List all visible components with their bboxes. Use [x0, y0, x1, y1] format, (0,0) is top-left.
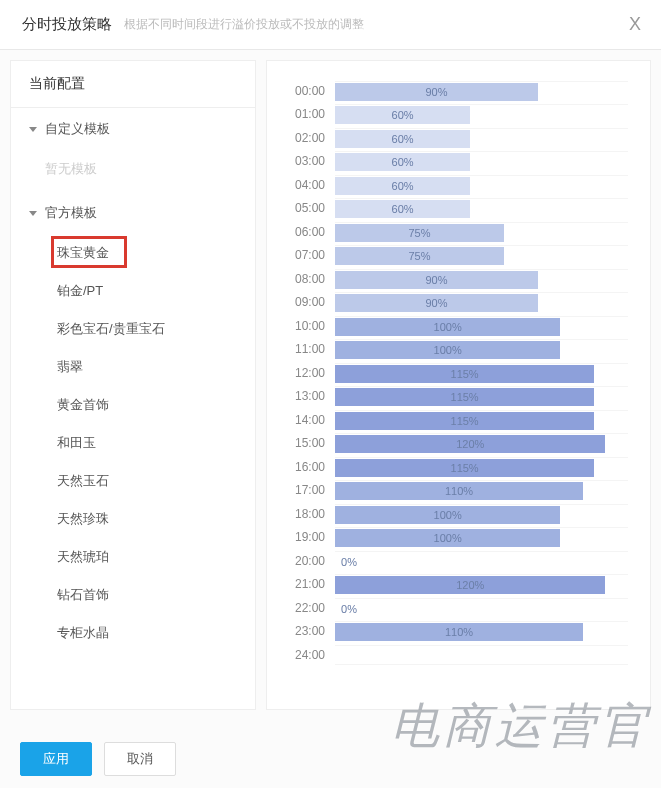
template-item[interactable]: 黄金首饰	[11, 386, 255, 424]
time-label: 01:00	[289, 107, 335, 121]
bar-track: 120%	[335, 433, 628, 453]
chart-bar[interactable]: 0%	[335, 553, 363, 571]
chart-bar[interactable]: 75%	[335, 224, 504, 242]
chart-bar[interactable]: 120%	[335, 576, 605, 594]
chevron-down-icon	[29, 127, 37, 132]
chart-row: 14:00115%	[289, 408, 628, 432]
cancel-button[interactable]: 取消	[104, 742, 176, 776]
chart-bar[interactable]: 115%	[335, 388, 594, 406]
time-label: 04:00	[289, 178, 335, 192]
template-item[interactable]: 专柜水晶	[11, 614, 255, 652]
bar-track: 100%	[335, 316, 628, 336]
time-label: 02:00	[289, 131, 335, 145]
chart-row: 05:0060%	[289, 197, 628, 221]
chart-row: 16:00115%	[289, 455, 628, 479]
chart-row: 22:000%	[289, 596, 628, 620]
time-label: 21:00	[289, 577, 335, 591]
chart-bar[interactable]: 100%	[335, 529, 560, 547]
bar-track: 60%	[335, 128, 628, 148]
bar-track: 60%	[335, 175, 628, 195]
chart-row: 23:00110%	[289, 620, 628, 644]
official-template-group[interactable]: 官方模板	[11, 192, 255, 234]
time-label: 24:00	[289, 648, 335, 662]
chart-bar[interactable]: 60%	[335, 153, 470, 171]
chart-row: 20:000%	[289, 549, 628, 573]
chart-bar[interactable]: 60%	[335, 177, 470, 195]
bar-track: 115%	[335, 410, 628, 430]
bar-track: 90%	[335, 292, 628, 312]
chart-row: 17:00110%	[289, 479, 628, 503]
chart-row: 09:0090%	[289, 291, 628, 315]
chart-row: 01:0060%	[289, 103, 628, 127]
chart-bar[interactable]: 60%	[335, 130, 470, 148]
template-item[interactable]: 铂金/PT	[11, 272, 255, 310]
bar-track: 0%	[335, 551, 628, 571]
chart-bar[interactable]: 60%	[335, 106, 470, 124]
template-item[interactable]: 天然珍珠	[11, 500, 255, 538]
bar-track: 60%	[335, 104, 628, 124]
bar-track: 60%	[335, 151, 628, 171]
chart-bar[interactable]: 60%	[335, 200, 470, 218]
chart-bar[interactable]: 115%	[335, 365, 594, 383]
time-label: 03:00	[289, 154, 335, 168]
time-label: 07:00	[289, 248, 335, 262]
chart-bar[interactable]: 115%	[335, 459, 594, 477]
current-config-item[interactable]: 当前配置	[11, 61, 255, 108]
template-item[interactable]: 天然玉石	[11, 462, 255, 500]
bar-track: 110%	[335, 480, 628, 500]
chart-row: 06:0075%	[289, 220, 628, 244]
chart-row: 18:00100%	[289, 502, 628, 526]
bar-track: 100%	[335, 339, 628, 359]
time-label: 14:00	[289, 413, 335, 427]
chart-bar[interactable]: 75%	[335, 247, 504, 265]
template-item[interactable]: 珠宝黄金	[11, 234, 255, 272]
chart-row: 08:0090%	[289, 267, 628, 291]
time-label: 22:00	[289, 601, 335, 615]
chart-row: 00:0090%	[289, 79, 628, 103]
chart-row: 07:0075%	[289, 244, 628, 268]
template-item[interactable]: 和田玉	[11, 424, 255, 462]
chart-bar[interactable]: 110%	[335, 482, 583, 500]
chart-bar[interactable]: 90%	[335, 294, 538, 312]
template-item[interactable]: 彩色宝石/贵重宝石	[11, 310, 255, 348]
chevron-down-icon	[29, 211, 37, 216]
time-label: 08:00	[289, 272, 335, 286]
template-sidebar: 当前配置 自定义模板 暂无模板 官方模板 珠宝黄金铂金/PT彩色宝石/贵重宝石翡…	[10, 60, 256, 710]
custom-template-group[interactable]: 自定义模板	[11, 108, 255, 150]
chart-bar[interactable]: 90%	[335, 271, 538, 289]
template-item[interactable]: 天然琥珀	[11, 538, 255, 576]
chart-bar[interactable]: 0%	[335, 600, 363, 618]
chart-bar[interactable]: 90%	[335, 83, 538, 101]
template-item[interactable]: 钻石首饰	[11, 576, 255, 614]
time-label: 10:00	[289, 319, 335, 333]
bar-track: 100%	[335, 504, 628, 524]
time-label: 09:00	[289, 295, 335, 309]
dialog-footer: 应用 取消	[0, 730, 661, 788]
chart-bar[interactable]: 110%	[335, 623, 583, 641]
close-icon[interactable]: X	[629, 14, 641, 35]
chart-row: 11:00100%	[289, 338, 628, 362]
bar-track: 75%	[335, 245, 628, 265]
template-item[interactable]: 翡翠	[11, 348, 255, 386]
dialog-subtitle: 根据不同时间段进行溢价投放或不投放的调整	[124, 16, 629, 33]
time-label: 16:00	[289, 460, 335, 474]
time-label: 00:00	[289, 84, 335, 98]
chart-row: 24:00	[289, 643, 628, 667]
chart-bar[interactable]: 120%	[335, 435, 605, 453]
chart-row: 04:0060%	[289, 173, 628, 197]
chart-bar[interactable]: 100%	[335, 318, 560, 336]
chart-row: 12:00115%	[289, 361, 628, 385]
time-label: 06:00	[289, 225, 335, 239]
chart-bar[interactable]: 115%	[335, 412, 594, 430]
chart-bar[interactable]: 100%	[335, 341, 560, 359]
chart-row: 02:0060%	[289, 126, 628, 150]
bar-track	[335, 645, 628, 665]
time-label: 17:00	[289, 483, 335, 497]
bar-track: 100%	[335, 527, 628, 547]
chart-bar[interactable]: 100%	[335, 506, 560, 524]
bar-track: 115%	[335, 386, 628, 406]
time-label: 11:00	[289, 342, 335, 356]
bar-track: 115%	[335, 457, 628, 477]
bar-track: 90%	[335, 269, 628, 289]
apply-button[interactable]: 应用	[20, 742, 92, 776]
